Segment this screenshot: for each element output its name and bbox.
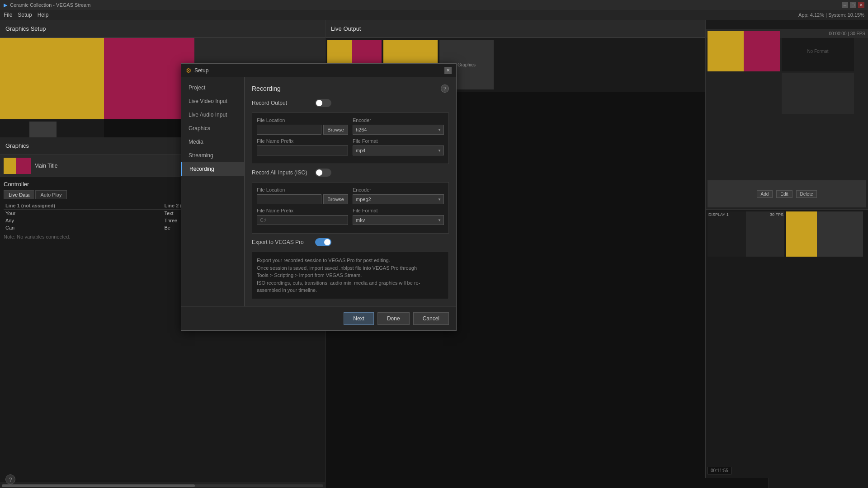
nav-live-audio-input[interactable]: Live Audio Input — [181, 108, 244, 122]
file-location-group-2: File Location Browse — [257, 187, 348, 204]
dialog-title-text: Setup — [194, 67, 208, 74]
bottom-right-previews: DISPLAY 1 30 FPS 00:11:55 — [706, 210, 868, 305]
mini-preview-3 — [708, 73, 780, 114]
encoder-select-1[interactable]: h264 — [353, 125, 444, 135]
delete-button[interactable]: Delete — [796, 190, 817, 198]
br-preview-3-inner — [708, 258, 784, 304]
nav-media[interactable]: Media — [181, 135, 244, 149]
file-format-select-wrapper-1: mp4 — [353, 145, 444, 155]
file-format-select-1[interactable]: mp4 — [353, 145, 444, 155]
close-button[interactable]: ✕ — [858, 2, 864, 8]
browse-button-2[interactable]: Browse — [323, 194, 348, 204]
encoder-select-2[interactable]: mpeg2 — [353, 194, 444, 204]
horizontal-scrollbar[interactable] — [0, 483, 325, 488]
encoder-group-2: Encoder mpeg2 — [353, 187, 444, 204]
nav-live-video-input[interactable]: Live Video Input — [181, 94, 244, 108]
setup-icon: ⚙ — [186, 67, 192, 74]
file-location-input-2[interactable] — [257, 194, 321, 204]
dialog-nav: Project Live Video Input Live Audio Inpu… — [181, 77, 245, 306]
br-preview-3 — [708, 258, 784, 304]
mini-preview-1-right — [744, 31, 780, 71]
file-location-row-2: File Location Browse Encoder mpeg2 — [257, 187, 444, 204]
menu-setup[interactable]: Setup — [18, 12, 32, 18]
br-preview-1: DISPLAY 1 30 FPS — [708, 211, 784, 257]
maximize-button[interactable]: □ — [850, 2, 856, 8]
file-location-group-1: File Location Browse — [257, 117, 348, 135]
graphics-setup-title: Graphics Setup — [5, 25, 46, 32]
next-button[interactable]: Next — [344, 312, 374, 325]
scrollbar-thumb[interactable] — [2, 484, 195, 487]
title-bar: ▶ Ceramic Collection - VEGAS Stream ─ □ … — [0, 0, 868, 10]
record-output-toggle[interactable] — [315, 99, 331, 107]
file-name-row-1: File Name Prefix File Format mp4 — [257, 138, 444, 155]
nav-graphics[interactable]: Graphics — [181, 122, 244, 135]
file-location-label-2: File Location — [257, 187, 348, 192]
graphics-thumb-inner — [16, 158, 31, 174]
col-line1: Line 1 (not assigned) — [4, 202, 163, 210]
file-location-label-1: File Location — [257, 117, 348, 123]
menu-file[interactable]: File — [4, 12, 12, 18]
graphics-setup-header: Graphics Setup — [0, 20, 325, 38]
encoder-group-1: Encoder h264 — [353, 117, 444, 135]
dialog-footer: Next Done Cancel — [181, 306, 456, 330]
setup-dialog: ⚙ Setup ✕ Project Live Video Input Live … — [181, 63, 457, 331]
menu-bar: File Setup Help App: 4.12% | System: 10.… — [0, 10, 868, 20]
toggle-knob-3 — [324, 239, 330, 245]
file-name-row-2: File Name Prefix File Format mkv — [257, 208, 444, 225]
file-location-row-1: File Location Browse Encoder h264 — [257, 117, 444, 135]
file-name-label-2: File Name Prefix — [257, 208, 348, 213]
dialog-content: Recording ? Record Output File Location — [245, 77, 456, 306]
file-location-input-row: Browse — [257, 125, 348, 135]
app-icon: ▶ — [4, 2, 7, 8]
export-info-box: Export your recorded session to VEGAS Pr… — [252, 252, 449, 299]
content-header: Recording ? — [252, 84, 449, 93]
scrollbar-track[interactable] — [2, 484, 323, 487]
edit-button[interactable]: Edit — [776, 190, 792, 198]
section-iso: File Location Browse Encoder mpeg2 — [252, 182, 449, 234]
minimize-button[interactable]: ─ — [842, 2, 848, 8]
tab-auto-play[interactable]: Auto Play — [35, 190, 66, 199]
live-output-title: Live Output — [331, 25, 361, 32]
browse-button-1[interactable]: Browse — [323, 125, 348, 135]
nav-streaming[interactable]: Streaming — [181, 149, 244, 162]
encoder-label-2: Encoder — [353, 187, 444, 192]
tab-live-data[interactable]: Live Data — [4, 190, 34, 199]
graphics-thumbnail — [4, 158, 31, 174]
file-location-input-1[interactable] — [257, 125, 321, 135]
help-button[interactable]: ? — [5, 474, 15, 484]
file-name-input-2[interactable] — [257, 215, 348, 225]
mini-previews: No Format — [706, 29, 868, 116]
record-all-inputs-row: Record All Inputs (ISO) — [252, 169, 449, 177]
toggle-knob — [316, 100, 322, 106]
window-title: Ceramic Collection - VEGAS Stream — [10, 2, 91, 8]
content-help-button[interactable]: ? — [441, 84, 449, 93]
file-name-input-1[interactable] — [257, 145, 348, 155]
file-name-label-1: File Name Prefix — [257, 138, 348, 144]
encoder-label-1: Encoder — [353, 117, 444, 123]
file-format-select-wrapper-2: mkv — [353, 215, 444, 225]
section-output: File Location Browse Encoder h264 — [252, 113, 449, 164]
add-button[interactable]: Add — [757, 190, 773, 198]
br-preview-2-dark — [817, 211, 863, 257]
done-button[interactable]: Done — [377, 312, 410, 325]
canvas-yellow — [0, 38, 104, 119]
nav-project[interactable]: Project — [181, 81, 244, 94]
file-format-label-1: File Format — [353, 138, 444, 144]
menu-help[interactable]: Help — [38, 12, 49, 18]
controller-title: Controller — [4, 181, 29, 188]
mini-preview-4 — [782, 73, 854, 114]
record-all-inputs-toggle[interactable] — [315, 169, 331, 177]
export-info-line4: ISO recordings, cuts, transitions, audio… — [257, 279, 444, 294]
mini-btns: Add Edit Delete — [757, 190, 817, 198]
cancel-button[interactable]: Cancel — [413, 312, 449, 325]
far-right-preview: Live Output 00:00:00 | 30 FPS No Format — [706, 29, 868, 210]
export-toggle[interactable] — [315, 238, 331, 246]
nav-recording[interactable]: Recording — [181, 162, 244, 176]
dialog-close-button[interactable]: ✕ — [444, 67, 452, 74]
file-name-group-1: File Name Prefix — [257, 138, 348, 155]
file-name-group-2: File Name Prefix — [257, 208, 348, 225]
file-format-select-2[interactable]: mkv — [353, 215, 444, 225]
record-output-label: Record Output — [252, 100, 315, 106]
encoder-select-wrapper-1: h264 — [353, 125, 444, 135]
file-format-group-1: File Format mp4 — [353, 138, 444, 155]
